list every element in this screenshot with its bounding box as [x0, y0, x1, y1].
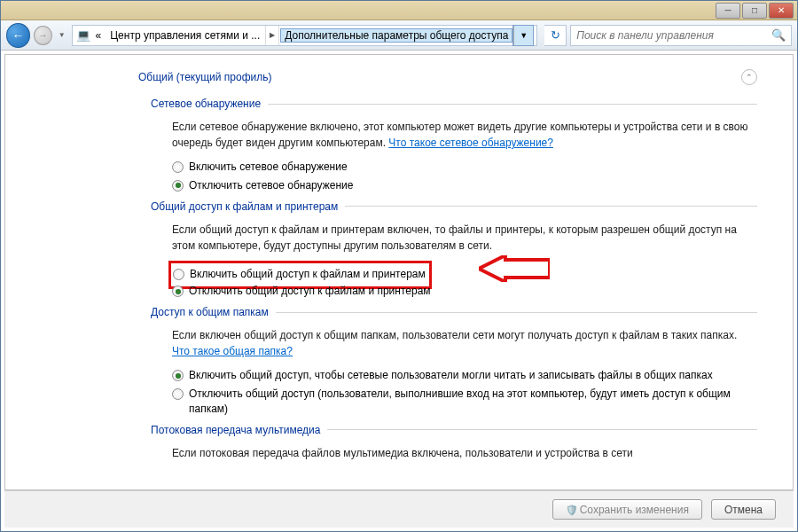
radio-discovery-on[interactable]: Включить сетевое обнаружение [172, 160, 757, 175]
section-title: Сетевое обнаружение [151, 98, 261, 110]
radio-discovery-off[interactable]: Отключить сетевое обнаружение [172, 178, 757, 193]
navbar: ← → ▼ 💻 « Центр управления сетями и ... … [1, 20, 797, 51]
profile-header[interactable]: Общий (текущий профиль) ⌃ [138, 64, 757, 90]
control-panel-icon: 💻 [76, 28, 90, 43]
chevron-up-icon: ⌃ [746, 73, 753, 82]
content-panel: Общий (текущий профиль) ⌃ Сетевое обнару… [4, 54, 794, 490]
radio-icon [172, 161, 184, 173]
shield-icon: 🛡️ [566, 505, 576, 515]
section-title: Общий доступ к файлам и принтерам [151, 200, 338, 213]
breadcrumb[interactable]: 💻 « Центр управления сетями и ... ▶ Допо… [72, 25, 538, 46]
section-file-printer-sharing: Общий доступ к файлам и принтерам Если о… [151, 200, 757, 300]
section-title: Доступ к общим папкам [151, 306, 269, 318]
close-button[interactable]: ✕ [769, 3, 794, 19]
radio-icon [172, 370, 184, 381]
section-description: Если потоковая передача файлов мультимед… [172, 445, 757, 461]
chevron-right-icon[interactable]: ▶ [265, 26, 279, 45]
window-frame: ─ □ ✕ ← → ▼ 💻 « Центр управления сетями … [0, 0, 798, 532]
cancel-button[interactable]: Отмена [711, 499, 776, 520]
section-description: Если сетевое обнаружение включено, этот … [172, 119, 757, 151]
content-wrap: Общий (текущий профиль) ⌃ Сетевое обнару… [1, 51, 797, 531]
breadcrumb-prefix: « [92, 29, 106, 42]
refresh-button[interactable]: ↻ [544, 25, 567, 46]
profile-header-label: Общий (текущий профиль) [138, 71, 272, 83]
search-icon[interactable]: 🔍 [771, 28, 786, 42]
radio-icon [172, 286, 184, 297]
search-input[interactable] [576, 29, 771, 42]
radio-public-on[interactable]: Включить общий доступ, чтобы сетевые пол… [172, 368, 757, 383]
divider [276, 312, 757, 313]
collapse-button[interactable]: ⌃ [741, 69, 757, 85]
radio-sharing-on[interactable]: Включить общий доступ к файлам и принтер… [173, 267, 426, 282]
maximize-button[interactable]: □ [742, 3, 767, 19]
breadcrumb-dropdown[interactable]: ▼ [513, 26, 533, 45]
radio-icon [173, 269, 184, 280]
section-media-streaming: Потоковая передача мультимедиа Если пото… [151, 424, 757, 461]
arrow-left-icon: ← [12, 28, 24, 43]
radio-icon [172, 180, 184, 192]
back-button[interactable]: ← [6, 23, 30, 48]
forward-button: → [34, 26, 52, 45]
arrow-right-icon: → [39, 30, 48, 40]
section-title: Потоковая передача мультимедиа [151, 424, 320, 436]
section-description: Если включен общий доступ к общим папкам… [172, 327, 757, 359]
breadcrumb-seg-2[interactable]: Дополнительные параметры общего доступа [281, 29, 512, 42]
refresh-icon: ↻ [551, 28, 560, 42]
annotation-arrow [479, 255, 550, 282]
radio-public-off[interactable]: Отключить общий доступ (пользователи, вы… [172, 387, 757, 417]
titlebar[interactable]: ─ □ ✕ [1, 1, 797, 20]
help-link-public-folder[interactable]: Что такое общая папка? [172, 345, 293, 357]
nav-history-dropdown[interactable]: ▼ [56, 27, 67, 43]
divider [327, 429, 757, 430]
button-bar: 🛡️ Сохранить изменения Отмена [4, 490, 794, 528]
search-box[interactable]: 🔍 [570, 25, 792, 46]
section-description: Если общий доступ к файлам и принтерам в… [172, 222, 757, 254]
breadcrumb-seg-1[interactable]: Центр управления сетями и ... [106, 29, 263, 42]
radio-icon [172, 388, 184, 400]
divider [345, 206, 757, 207]
section-network-discovery: Сетевое обнаружение Если сетевое обнаруж… [151, 98, 757, 193]
save-button[interactable]: 🛡️ Сохранить изменения [552, 499, 702, 520]
section-public-folders: Доступ к общим папкам Если включен общий… [151, 306, 757, 416]
radio-sharing-off[interactable]: Отключить общий доступ к файлам и принте… [172, 284, 757, 299]
minimize-button[interactable]: ─ [716, 3, 740, 19]
help-link-network-discovery[interactable]: Что такое сетевое обнаружение? [388, 137, 553, 149]
divider [268, 104, 757, 105]
